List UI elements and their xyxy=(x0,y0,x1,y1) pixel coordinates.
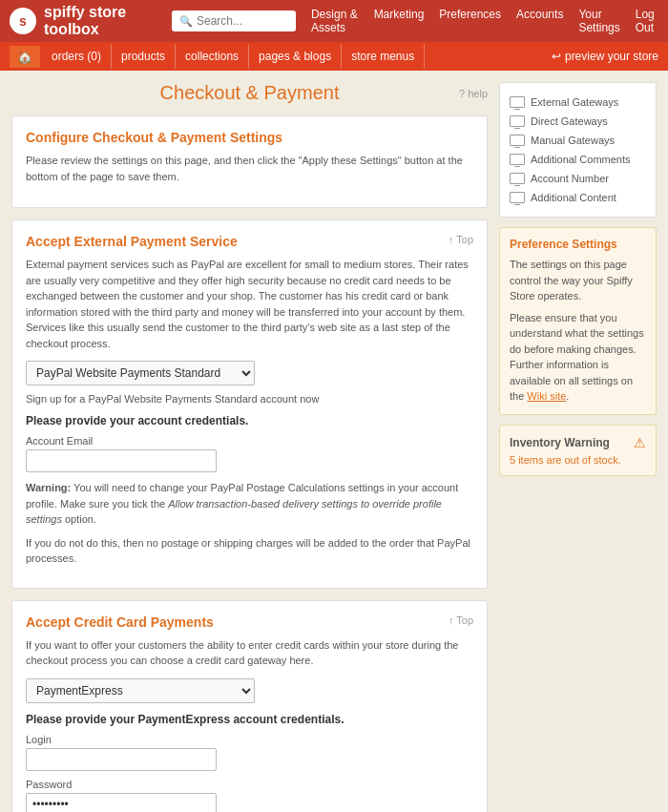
cc-credentials-label: Please provide your PaymentExpress accou… xyxy=(26,713,473,726)
screen-icon xyxy=(510,192,525,203)
ext-credentials-label: Please provide your account credentials. xyxy=(26,414,473,427)
inv-title: Inventory Warning xyxy=(510,436,610,449)
preview-store-link[interactable]: ↩ preview your store xyxy=(552,50,658,63)
sidebar-item-external-gateways[interactable]: External Gateways xyxy=(510,93,646,112)
configure-text: Please review the settings on this page,… xyxy=(26,153,473,184)
sidebar-item-additional-comments[interactable]: Additional Comments xyxy=(510,150,646,169)
inv-text: 5 items are out of stock. xyxy=(510,454,646,466)
sidebar-item-additional-content[interactable]: Additional Content xyxy=(510,188,646,207)
subnav-products[interactable]: products xyxy=(112,44,176,69)
search-box[interactable]: 🔍 xyxy=(172,10,296,31)
nav-log-out[interactable]: Log Out xyxy=(636,8,658,34)
credit-top-link[interactable]: ↑ Top xyxy=(449,614,473,626)
configure-section: Configure Checkout & Payment Settings Pl… xyxy=(11,115,488,208)
account-email-label: Account Email xyxy=(26,435,473,447)
nav-accounts[interactable]: Accounts xyxy=(516,8,563,34)
password-label: Password xyxy=(26,779,473,790)
subnav-pages-blogs[interactable]: pages & blogs xyxy=(249,44,342,69)
warning-text-2: If you do not do this, then no postage o… xyxy=(26,535,473,567)
warning-triangle-icon: ⚠ xyxy=(634,435,646,450)
credit-card-title: Accept Credit Card Payments xyxy=(26,614,214,630)
logo-icon: s xyxy=(10,8,36,34)
sub-navigation: 🏠 orders (0) products collections pages … xyxy=(0,42,668,71)
credit-card-text: If you want to offer your customers the … xyxy=(26,637,473,669)
sub-nav-links: orders (0) products collections pages & … xyxy=(42,44,425,69)
pref-text-1: The settings on this page control the wa… xyxy=(510,257,646,304)
login-label: Login xyxy=(26,734,473,745)
screen-icon xyxy=(510,173,525,184)
credit-card-select[interactable]: PaymentExpress xyxy=(26,678,255,703)
sidebar-item-direct-gateways[interactable]: Direct Gateways xyxy=(510,112,646,131)
subnav-collections[interactable]: collections xyxy=(176,44,249,69)
search-input[interactable] xyxy=(197,14,292,28)
subnav-store-menus[interactable]: store menus xyxy=(342,44,425,69)
top-navigation: s spiffy store toolbox 🔍 Design & Assets… xyxy=(0,0,668,42)
pref-title: Preference Settings xyxy=(510,238,646,251)
home-button[interactable]: 🏠 xyxy=(10,46,40,68)
screen-icon xyxy=(510,154,525,165)
sidebar-item-account-number[interactable]: Account Number xyxy=(510,169,646,188)
wiki-link[interactable]: Wiki site xyxy=(527,390,566,402)
sidebar-item-manual-gateways[interactable]: Manual Gateways xyxy=(510,131,646,150)
inventory-header: Inventory Warning ⚠ xyxy=(510,435,646,450)
search-icon: 🔍 xyxy=(179,15,193,28)
screen-icon xyxy=(510,115,525,127)
configure-title: Configure Checkout & Payment Settings xyxy=(26,130,473,145)
sidebar-pref-section: Preference Settings The settings on this… xyxy=(499,227,657,415)
sidebar-inventory-section: Inventory Warning ⚠ 5 items are out of s… xyxy=(499,425,657,476)
nav-design-assets[interactable]: Design & Assets xyxy=(311,8,359,34)
main-container: Checkout & Payment ? help Configure Chec… xyxy=(0,71,668,812)
page-title: Checkout & Payment xyxy=(11,82,488,104)
warning-bold: Warning: xyxy=(26,482,71,493)
sidebar: External Gateways Direct Gateways Manual… xyxy=(499,82,657,812)
login-input[interactable]: teststore xyxy=(26,748,217,771)
subnav-orders[interactable]: orders (0) xyxy=(42,44,112,69)
warning-text-1: Warning: You will need to change your Pa… xyxy=(26,480,473,528)
credit-card-section: Accept Credit Card Payments ↑ Top If you… xyxy=(11,600,488,813)
help-link[interactable]: ? help xyxy=(459,88,488,99)
top-nav-links: Design & Assets Marketing Preferences Ac… xyxy=(311,8,658,34)
nav-your-settings[interactable]: Your Settings xyxy=(578,8,619,34)
sidebar-nav-section: External Gateways Direct Gateways Manual… xyxy=(499,82,657,218)
app-title: spiffy store toolbox xyxy=(44,4,153,38)
external-payment-select[interactable]: PayPal Website Payments Standard xyxy=(26,361,255,385)
external-top-link[interactable]: ↑ Top xyxy=(449,234,473,245)
logo-area: s spiffy store toolbox xyxy=(10,4,153,38)
external-payment-text: External payment services such as PayPal… xyxy=(26,257,473,351)
screen-icon xyxy=(510,96,525,108)
password-input[interactable] xyxy=(26,793,217,813)
pref-text-2: Please ensure that you understand what t… xyxy=(510,310,646,405)
external-payment-title: Accept External Payment Service xyxy=(26,234,238,249)
external-payment-section: Accept External Payment Service ↑ Top Ex… xyxy=(11,219,488,589)
screen-icon xyxy=(510,135,525,146)
content-area: Checkout & Payment ? help Configure Chec… xyxy=(11,82,488,812)
nav-preferences[interactable]: Preferences xyxy=(439,8,501,34)
signup-text: Sign up for a PayPal Website Payments St… xyxy=(26,393,473,405)
nav-marketing[interactable]: Marketing xyxy=(374,8,425,34)
account-email-input[interactable]: support@spiffystores.com.au xyxy=(26,449,217,472)
page-title-area: Checkout & Payment ? help xyxy=(11,82,488,104)
help-icon: ? xyxy=(459,88,465,99)
